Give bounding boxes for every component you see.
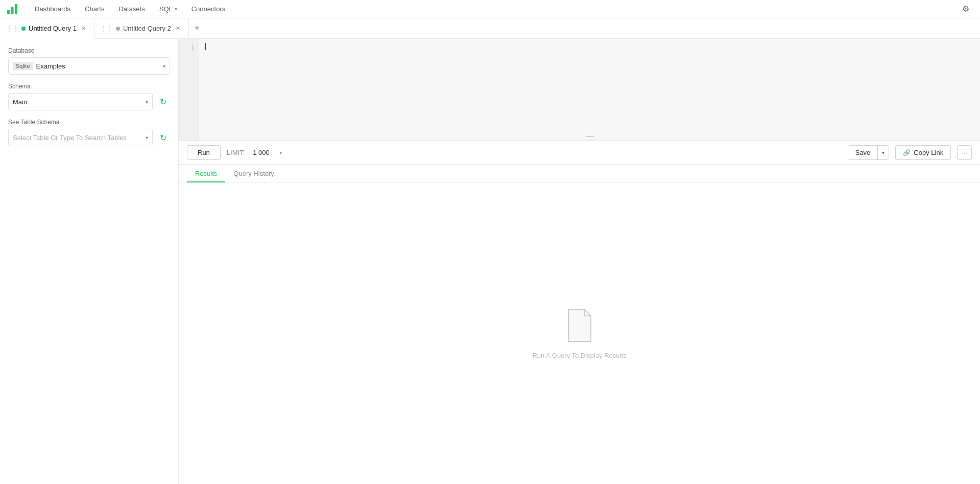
save-dropdown-button[interactable]: ▾	[878, 146, 889, 159]
link-icon: 🔗	[903, 149, 911, 156]
save-button-group: Save ▾	[848, 145, 890, 160]
limit-label: LIMIT:	[227, 149, 245, 156]
svg-rect-1	[11, 7, 14, 14]
top-nav: Dashboards Charts Datasets SQL ▾ Connect…	[0, 0, 980, 18]
settings-button[interactable]: ⚙	[958, 1, 974, 17]
save-chevron-icon: ▾	[882, 150, 885, 155]
editor-area: 1 ⎯⎯ Run LIMIT: 1 000 ▾	[179, 39, 980, 484]
main-layout: Database Sqlite Examples ▾ Schema Main ▾…	[0, 39, 980, 484]
sidebar: Database Sqlite Examples ▾ Schema Main ▾…	[0, 39, 179, 484]
nav-item-datasets[interactable]: Datasets	[112, 2, 151, 16]
table-search-placeholder: Select Table Or Type To Search Tables	[13, 134, 146, 142]
nav-item-charts[interactable]: Charts	[79, 2, 110, 16]
collapse-editor-button[interactable]: ⎯⎯	[585, 129, 595, 136]
add-tab-button[interactable]: +	[189, 18, 205, 39]
empty-results: Run A Query To Display Results	[179, 182, 980, 484]
tab-status-dot-gray	[116, 27, 120, 31]
editor-resize-handle[interactable]	[179, 139, 980, 141]
empty-results-icon	[564, 308, 595, 343]
app-logo[interactable]	[6, 3, 18, 15]
database-badge: Sqlite	[13, 62, 33, 70]
tab-status-dot-green	[21, 27, 26, 31]
database-label: Database	[8, 47, 170, 54]
limit-value: 1 000	[253, 149, 270, 156]
sql-dropdown-icon: ▾	[175, 6, 177, 12]
line-num-1: 1	[191, 43, 195, 53]
tab-query1[interactable]: ⋮⋮ Untitled Query 1 ✕	[0, 18, 94, 39]
table-search-refresh-button[interactable]: ↻	[156, 130, 170, 145]
code-content[interactable]	[199, 39, 980, 141]
table-search-row: Select Table Or Type To Search Tables ▾ …	[8, 129, 170, 146]
schema-row: Main ▾ ↻	[8, 93, 170, 110]
nav-item-sql[interactable]: SQL ▾	[153, 2, 183, 16]
limit-chevron-icon: ▾	[279, 150, 282, 155]
results-tabs: Results Query History	[179, 165, 980, 182]
tab-query2-label: Untitled Query 2	[123, 25, 171, 32]
line-numbers: 1	[179, 39, 199, 141]
nav-item-connectors[interactable]: Connectors	[185, 2, 231, 16]
tab-query1-label: Untitled Query 1	[29, 25, 77, 32]
svg-rect-0	[7, 10, 10, 14]
query-toolbar: Run LIMIT: 1 000 ▾ Save ▾ 🔗 Copy Link	[179, 141, 980, 165]
copy-link-button[interactable]: 🔗 Copy Link	[895, 145, 951, 160]
tab-drag-handle-2: ⋮⋮	[101, 25, 113, 32]
editor-cursor	[205, 43, 206, 50]
empty-results-text: Run A Query To Display Results	[532, 352, 626, 359]
table-refresh-icon: ↻	[160, 133, 166, 143]
table-search-select[interactable]: Select Table Or Type To Search Tables ▾	[8, 129, 153, 146]
schema-section: Schema Main ▾ ↻	[8, 83, 170, 110]
more-options-button[interactable]: ···	[957, 145, 972, 160]
schema-value: Main	[13, 98, 146, 106]
database-select[interactable]: Sqlite Examples ▾	[8, 57, 170, 75]
schema-refresh-button[interactable]: ↻	[156, 95, 170, 109]
gear-icon: ⚙	[962, 4, 969, 14]
tab-query2[interactable]: ⋮⋮ Untitled Query 2 ✕	[94, 18, 189, 39]
tab-query2-close[interactable]: ✕	[174, 25, 182, 33]
tab-query-history[interactable]: Query History	[225, 165, 282, 182]
tab-drag-handle: ⋮⋮	[6, 25, 18, 32]
refresh-icon: ↻	[160, 97, 166, 107]
run-button[interactable]: Run	[187, 145, 221, 160]
add-tab-icon: +	[195, 23, 200, 34]
svg-rect-2	[15, 4, 17, 14]
schema-label: Schema	[8, 83, 170, 90]
see-table-schema-label: See Table Schema	[8, 119, 170, 126]
nav-right: ⚙	[958, 1, 974, 17]
database-value: Examples	[36, 62, 163, 70]
limit-dropdown-button[interactable]: ▾	[276, 148, 286, 158]
database-section: Database Sqlite Examples ▾	[8, 47, 170, 75]
save-button[interactable]: Save	[848, 146, 878, 159]
schema-select[interactable]: Main ▾	[8, 93, 153, 110]
code-editor[interactable]: 1 ⎯⎯	[179, 39, 980, 141]
schema-chevron-icon: ▾	[146, 99, 148, 105]
tab-bar: ⋮⋮ Untitled Query 1 ✕ ⋮⋮ Untitled Query …	[0, 18, 980, 39]
table-search-chevron-icon: ▾	[146, 135, 148, 141]
nav-item-dashboards[interactable]: Dashboards	[29, 2, 77, 16]
tab-results[interactable]: Results	[187, 165, 225, 182]
collapse-icon: ⎯⎯	[586, 129, 594, 137]
table-schema-section: See Table Schema Select Table Or Type To…	[8, 119, 170, 146]
nav-left: Dashboards Charts Datasets SQL ▾ Connect…	[6, 2, 231, 16]
tab-query1-close[interactable]: ✕	[80, 25, 88, 33]
results-area: Results Query History Run A Query To Dis…	[179, 165, 980, 484]
database-chevron-icon: ▾	[163, 63, 165, 69]
